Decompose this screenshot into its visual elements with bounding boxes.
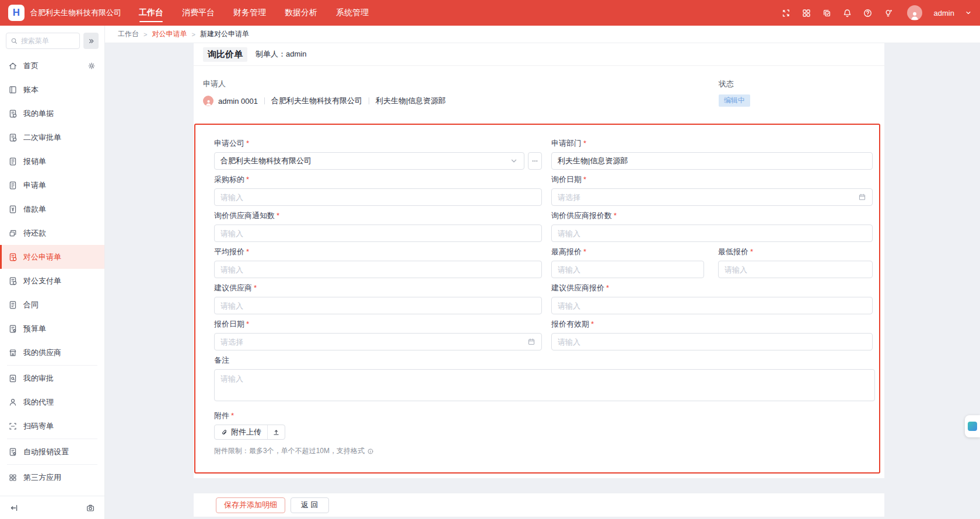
- sidebar-item-home[interactable]: 首页: [0, 54, 104, 78]
- camera-icon[interactable]: [86, 503, 95, 513]
- breadcrumb-corporate-application[interactable]: 对公申请单: [152, 29, 187, 39]
- sidebar-item-budget[interactable]: 预算单: [0, 317, 104, 341]
- form-row-1: 申请公司* 合肥利夫生物科技有限公司 申请部门*: [214, 139, 873, 170]
- apply-company-select[interactable]: 合肥利夫生物科技有限公司: [214, 152, 524, 170]
- suggest-supplier-label: 建议供应商: [214, 283, 252, 292]
- info-icon[interactable]: [367, 448, 374, 455]
- sidebar-expand-button[interactable]: [83, 33, 99, 49]
- quote-valid-field[interactable]: [551, 333, 873, 350]
- inquiry-date-field[interactable]: [551, 188, 873, 206]
- attachment-upload-label: 附件上传: [231, 427, 261, 437]
- required-mark: *: [606, 283, 609, 292]
- max-quote-field[interactable]: [551, 261, 704, 278]
- required-mark: *: [750, 247, 753, 256]
- quote-valid-label: 报价有效期: [551, 320, 589, 328]
- menu-search-input[interactable]: [21, 37, 75, 45]
- status-block: 状态 编辑中: [719, 79, 750, 107]
- suggest-supplier-input[interactable]: [220, 301, 536, 310]
- sidebar-item-contract[interactable]: 合同: [0, 293, 104, 317]
- user-menu-chevron-icon[interactable]: [965, 9, 972, 16]
- sidebar-item-corporate-payment[interactable]: 对公支付单: [0, 269, 104, 293]
- sidebar-item-scan-send[interactable]: 扫码寄单: [0, 414, 104, 438]
- fullscreen-icon[interactable]: [781, 8, 791, 18]
- avg-quote-input[interactable]: [220, 265, 536, 274]
- sidebar-item-my-agents[interactable]: 我的代理: [0, 390, 104, 414]
- supplier-notified-input[interactable]: [220, 229, 536, 238]
- sidebar-item-pending-repayment[interactable]: 待还款: [0, 221, 104, 245]
- nav-finance-management[interactable]: 财务管理: [233, 0, 266, 26]
- notifications-bell-icon[interactable]: [842, 8, 852, 18]
- purchase-target-field[interactable]: [214, 188, 542, 206]
- nav-workbench[interactable]: 工作台: [139, 0, 163, 26]
- sidebar-menu: 首页 账本 我的单据 二次审批单 报销单 申请单 借款单 待还款: [0, 54, 104, 496]
- help-icon[interactable]: [863, 8, 873, 18]
- attachment-upload-button[interactable]: 附件上传: [214, 425, 285, 440]
- home-settings-gear-icon[interactable]: [87, 61, 96, 71]
- sidebar-item-ledger[interactable]: 账本: [0, 78, 104, 101]
- sidebar-item-corporate-application[interactable]: 对公申请单: [0, 245, 104, 269]
- min-quote-field[interactable]: [718, 261, 873, 278]
- sidebar-item-my-documents[interactable]: 我的单据: [0, 101, 104, 125]
- remark-textarea[interactable]: [214, 369, 875, 401]
- calendar-icon: [858, 193, 866, 201]
- apply-dept-input[interactable]: [558, 157, 866, 166]
- form-highlight-box: 申请公司* 合肥利夫生物科技有限公司 申请部门*: [194, 124, 880, 474]
- form-row-6: 报价日期* 报价有效期*: [214, 320, 873, 350]
- back-button[interactable]: 返 回: [290, 497, 329, 513]
- theme-bulb-icon[interactable]: [883, 8, 893, 18]
- min-quote-input[interactable]: [724, 265, 866, 274]
- supplier-quoted-field[interactable]: [551, 225, 873, 242]
- required-mark: *: [583, 175, 586, 184]
- applicant-value: admin 0001 合肥利夫生物科技有限公司 利夫生物|信息资源部: [203, 96, 875, 106]
- my-suppliers-icon: [8, 348, 18, 357]
- sidebar-item-my-suppliers[interactable]: 我的供应商: [0, 341, 104, 364]
- nav-system-management[interactable]: 系统管理: [336, 0, 369, 26]
- inquiry-date-input[interactable]: [558, 193, 855, 202]
- suggest-supplier-field[interactable]: [214, 297, 542, 314]
- applicant-department: 利夫生物|信息资源部: [376, 96, 446, 106]
- app-logo[interactable]: H: [8, 5, 24, 21]
- suggest-quote-input[interactable]: [558, 301, 866, 310]
- breadcrumb-workbench[interactable]: 工作台: [118, 29, 139, 39]
- tasks-copy-icon[interactable]: [822, 8, 832, 18]
- top-navbar: H 合肥利夫生物科技有限公司 工作台 消费平台 财务管理 数据分析 系统管理 a…: [0, 0, 980, 26]
- extension-icon: [968, 422, 977, 431]
- sidebar-item-second-approval[interactable]: 二次审批单: [0, 125, 104, 149]
- supplier-notified-field[interactable]: [214, 225, 542, 242]
- save-and-add-detail-button[interactable]: 保存并添加明细: [216, 497, 285, 513]
- sidebar-footer: [0, 496, 104, 519]
- required-mark: *: [246, 320, 249, 328]
- username[interactable]: admin: [934, 9, 954, 17]
- status-label: 状态: [719, 79, 750, 89]
- attachment-upload-tray-button[interactable]: [267, 425, 285, 439]
- page-title: 询比价单: [203, 47, 247, 62]
- max-quote-input[interactable]: [558, 265, 698, 274]
- sidebar-item-loan[interactable]: 借款单: [0, 197, 104, 221]
- apply-company-more-button[interactable]: [528, 152, 542, 170]
- avg-quote-field[interactable]: [214, 261, 542, 278]
- quote-date-input[interactable]: [220, 338, 524, 346]
- quote-date-field[interactable]: [214, 333, 542, 350]
- card-header: 询比价单 制单人：admin: [194, 43, 884, 66]
- collapse-sidebar-icon[interactable]: [9, 503, 19, 513]
- sidebar-item-expense-report[interactable]: 报销单: [0, 149, 104, 173]
- supplier-quoted-input[interactable]: [558, 229, 866, 238]
- user-avatar[interactable]: [907, 5, 922, 20]
- nav-consumption-platform[interactable]: 消费平台: [182, 0, 215, 26]
- sidebar-item-auto-expense-settings[interactable]: 自动报销设置: [0, 440, 104, 464]
- contract-icon: [8, 300, 18, 310]
- nav-data-analysis[interactable]: 数据分析: [285, 0, 317, 26]
- sidebar-item-my-approvals[interactable]: 我的审批: [0, 366, 104, 390]
- apps-grid-icon[interactable]: [802, 8, 811, 18]
- apply-dept-field[interactable]: [551, 152, 873, 170]
- purchase-target-input[interactable]: [220, 193, 536, 202]
- my-documents-icon: [8, 109, 18, 118]
- action-bar: 保存并添加明细 返 回: [194, 493, 884, 517]
- sidebar-item-application[interactable]: 申请单: [0, 173, 104, 197]
- menu-search-box[interactable]: [6, 33, 80, 49]
- browser-extension-widget[interactable]: [965, 415, 980, 437]
- quote-valid-input[interactable]: [558, 338, 866, 346]
- sidebar-item-third-party-apps[interactable]: 第三方应用: [0, 465, 104, 489]
- suggest-quote-field[interactable]: [551, 297, 873, 314]
- required-mark: *: [246, 175, 249, 184]
